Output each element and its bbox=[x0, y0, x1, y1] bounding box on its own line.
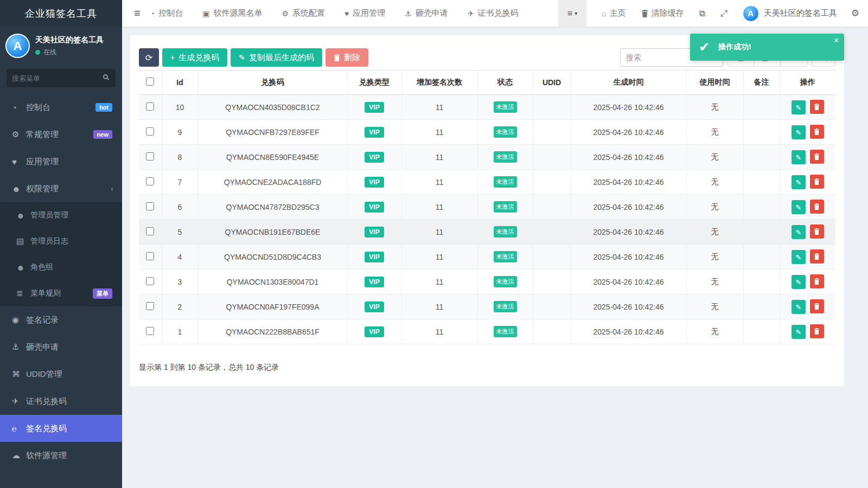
trash-icon bbox=[814, 328, 820, 335]
row-delete-button[interactable] bbox=[810, 150, 824, 164]
sidebar-item-sign-codes[interactable]: ℮ 签名兑换码 bbox=[0, 415, 122, 442]
cell-created: 2025-04-26 10:42:46 bbox=[571, 120, 686, 145]
row-edit-button[interactable]: ✎ bbox=[792, 125, 806, 139]
cell-remark bbox=[743, 220, 780, 245]
clear-cache-link[interactable]: 清除缓存 bbox=[641, 8, 684, 18]
users-icon: ☻ bbox=[12, 184, 26, 194]
topnav-item-shell-dump[interactable]: ⚓ 砸壳申请 bbox=[405, 8, 448, 18]
cell-count: 11 bbox=[401, 245, 477, 269]
cell-udid bbox=[533, 195, 571, 220]
home-link[interactable]: ⌂ 主页 bbox=[602, 8, 626, 18]
topnav-item-system-config[interactable]: ⚙ 系统配置 bbox=[282, 8, 325, 18]
column-header: 兑换类型 bbox=[347, 70, 401, 95]
row-delete-button[interactable] bbox=[810, 100, 824, 114]
cell-code: QYMAOCNFB7297E89FEF bbox=[198, 120, 347, 145]
row-checkbox[interactable] bbox=[146, 277, 154, 285]
row-checkbox[interactable] bbox=[146, 252, 154, 260]
sidebar-item-general[interactable]: ⚙ 常规管理 new bbox=[0, 121, 122, 148]
clone-icon[interactable]: ⧉ bbox=[699, 9, 705, 18]
close-icon[interactable]: ✕ bbox=[833, 36, 839, 44]
cell-count: 11 bbox=[401, 195, 477, 220]
status-badge: 未激活 bbox=[494, 301, 517, 312]
row-delete-button[interactable] bbox=[810, 299, 824, 313]
records-summary: 显示第 1 到第 10 条记录，总共 10 条记录 bbox=[139, 363, 835, 373]
copy-last-code-button[interactable]: ✎ 复制最后生成的码 bbox=[231, 48, 322, 67]
generate-code-button[interactable]: + 生成兑换码 bbox=[162, 48, 227, 67]
cell-id: 3 bbox=[162, 269, 198, 294]
cell-udid bbox=[533, 170, 571, 195]
row-delete-button[interactable] bbox=[810, 200, 824, 214]
row-checkbox[interactable] bbox=[146, 327, 154, 335]
refresh-icon: ⟳ bbox=[145, 53, 152, 63]
cell-code: QYMAOCN4035D08CB1C2 bbox=[198, 95, 347, 120]
pencil-icon: ✎ bbox=[795, 228, 801, 236]
online-status: 在线 bbox=[35, 48, 104, 57]
row-checkbox[interactable] bbox=[146, 127, 154, 136]
row-edit-button[interactable]: ✎ bbox=[792, 200, 806, 214]
row-checkbox[interactable] bbox=[146, 152, 154, 160]
trash-icon bbox=[814, 129, 820, 135]
row-edit-button[interactable]: ✎ bbox=[792, 250, 806, 264]
sidebar-item-role-group[interactable]: ☻ 角色组 bbox=[0, 254, 122, 280]
row-edit-button[interactable]: ✎ bbox=[792, 275, 806, 289]
sidebar-item-console[interactable]: ◔ 控制台 hot bbox=[0, 94, 122, 121]
row-edit-button[interactable]: ✎ bbox=[792, 175, 806, 189]
menu-icon: ≣ bbox=[16, 288, 30, 298]
row-edit-button[interactable]: ✎ bbox=[792, 225, 806, 239]
dashboard-icon: ◔ bbox=[12, 103, 26, 112]
row-delete-button[interactable] bbox=[810, 274, 824, 288]
row-edit-button[interactable]: ✎ bbox=[792, 300, 806, 314]
row-delete-button[interactable] bbox=[810, 175, 824, 189]
select-all-checkbox[interactable] bbox=[146, 78, 154, 86]
sidebar-item-admin-manage[interactable]: ☻ 管理员管理 bbox=[0, 202, 122, 228]
table-menu-dropdown[interactable]: ≡ ▾ bbox=[558, 0, 586, 27]
column-header: 使用时间 bbox=[686, 70, 743, 95]
sidebar-item-menu-rules[interactable]: ≣ 菜单规则 菜单 bbox=[0, 280, 122, 306]
row-edit-button[interactable]: ✎ bbox=[792, 325, 806, 339]
expand-icon[interactable]: ⤢ bbox=[720, 9, 727, 18]
group-icon: ☻ bbox=[16, 263, 30, 272]
record-icon: ◉ bbox=[12, 315, 26, 325]
cell-used: 无 bbox=[686, 170, 743, 195]
cell-used: 无 bbox=[686, 269, 743, 294]
sidebar-item-cert-codes[interactable]: ✈ 证书兑换码 bbox=[0, 388, 122, 415]
sidebar-item-admin-log[interactable]: ▤ 管理员日志 bbox=[0, 228, 122, 254]
row-edit-button[interactable]: ✎ bbox=[792, 150, 806, 164]
sidebar-item-shell-dump[interactable]: ⚓ 砸壳申请 bbox=[0, 333, 122, 361]
row-checkbox[interactable] bbox=[146, 177, 154, 185]
user-menu[interactable]: A 天美社区的签名工具 bbox=[743, 5, 837, 22]
refresh-button[interactable]: ⟳ bbox=[139, 48, 159, 67]
row-checkbox[interactable] bbox=[146, 302, 154, 310]
topnav-item-cert-codes[interactable]: ✈ 证书兑换码 bbox=[468, 8, 519, 18]
avatar: A bbox=[743, 5, 759, 22]
settings-gear-icon[interactable]: ⚙ bbox=[851, 8, 859, 19]
row-checkbox[interactable] bbox=[146, 102, 154, 111]
cell-remark bbox=[743, 269, 780, 294]
sidebar-item-sign-records[interactable]: ◉ 签名记录 bbox=[0, 306, 122, 333]
sidebar-item-udid-manage[interactable]: ⌘ UDID管理 bbox=[0, 361, 122, 388]
topnav-item-app-manage[interactable]: ♥ 应用管理 bbox=[344, 8, 385, 18]
row-delete-button[interactable] bbox=[810, 324, 824, 338]
topnav-item-source-blacklist[interactable]: ▣ 软件源黑名单 bbox=[202, 8, 262, 18]
row-checkbox[interactable] bbox=[146, 227, 154, 235]
sidebar-search-input[interactable] bbox=[7, 69, 116, 87]
hamburger-icon[interactable]: ≡ bbox=[134, 7, 141, 20]
cell-used: 无 bbox=[686, 95, 743, 120]
row-delete-button[interactable] bbox=[810, 125, 824, 139]
log-icon: ▤ bbox=[16, 236, 30, 246]
cell-used: 无 bbox=[686, 245, 743, 269]
sidebar-item-source-manage[interactable]: ☁ 软件源管理 bbox=[0, 442, 122, 469]
sidebar-item-permissions[interactable]: ☻ 权限管理 ‹ bbox=[0, 175, 122, 202]
pencil-icon: ✎ bbox=[795, 153, 801, 162]
sidebar-item-apps[interactable]: ♥ 应用管理 bbox=[0, 148, 122, 175]
cell-created: 2025-04-26 10:42:46 bbox=[571, 220, 686, 245]
row-edit-button[interactable]: ✎ bbox=[792, 100, 806, 114]
cell-remark bbox=[743, 95, 780, 120]
topnav-item-console[interactable]: ◔ 控制台 bbox=[150, 8, 183, 18]
row-delete-button[interactable] bbox=[810, 224, 824, 239]
topnav-menu: ◔ 控制台 ▣ 软件源黑名单 ⚙ 系统配置 ♥ 应用管理 ⚓ 砸壳申请 ✈ 证书… bbox=[150, 8, 519, 18]
row-delete-button[interactable] bbox=[810, 249, 824, 264]
list-icon: ≡ bbox=[567, 9, 572, 18]
delete-button[interactable]: 删除 bbox=[326, 48, 368, 67]
row-checkbox[interactable] bbox=[146, 202, 154, 210]
